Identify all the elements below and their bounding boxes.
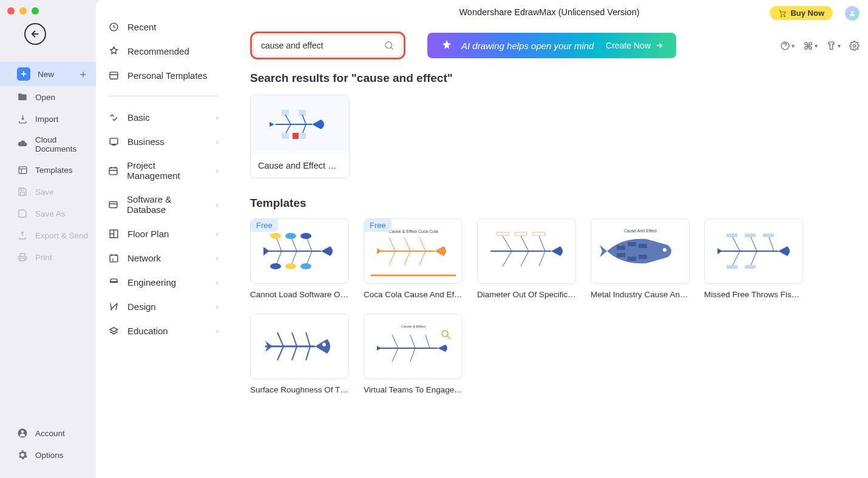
template-card[interactable]: FreeCannot Load Software On… — [250, 218, 349, 299]
back-button[interactable] — [24, 23, 46, 45]
mid-item-recent[interactable]: Recent — [96, 15, 231, 39]
template-card[interactable]: Diameter Out Of Specifica… — [477, 218, 576, 299]
sidebar-item-new[interactable]: + New ＋ — [0, 62, 96, 86]
template-label: Diameter Out Of Specifica… — [477, 290, 576, 299]
category-icon — [108, 112, 119, 123]
svg-line-89 — [426, 335, 430, 348]
category-item-basic[interactable]: Basic› — [96, 105, 231, 129]
buy-now-button[interactable]: Buy Now — [770, 6, 833, 20]
ai-banner[interactable]: AI drawing helps open your mind Create N… — [427, 33, 676, 58]
category-icon — [108, 277, 119, 288]
svg-rect-57 — [533, 232, 545, 235]
window-min[interactable] — [19, 7, 27, 15]
result-card-cause-effect[interactable]: Cause and Effect Di… — [250, 95, 350, 178]
sidebar-item-import[interactable]: Import — [0, 108, 96, 130]
content-area: Search results for "cause and effect" — [231, 67, 868, 478]
profile-avatar[interactable] — [845, 6, 860, 21]
svg-point-78 — [322, 343, 326, 346]
category-icon — [108, 228, 119, 239]
category-item-design[interactable]: Design› — [96, 294, 231, 318]
svg-rect-62 — [639, 244, 647, 248]
svg-rect-64 — [628, 257, 636, 261]
template-card[interactable]: Cause And EffectMetal Industry Cause And… — [591, 218, 690, 299]
svg-rect-72 — [727, 234, 737, 237]
plus-icon[interactable]: ＋ — [78, 69, 89, 79]
category-item-engineering[interactable]: Engineering› — [96, 270, 231, 294]
template-label: Missed Free Throws Fish… — [704, 290, 803, 299]
sidebar-item-label: Cloud Documents — [35, 135, 89, 153]
ai-banner-text: AI drawing helps open your mind — [461, 41, 594, 51]
svg-rect-61 — [628, 242, 636, 246]
category-icon — [108, 252, 119, 263]
help-dropdown[interactable]: ▾ — [780, 41, 795, 51]
category-icon — [108, 165, 118, 176]
sidebar-item-options[interactable]: Options — [0, 444, 96, 466]
window-max[interactable] — [32, 7, 39, 15]
chevron-right-icon: › — [216, 326, 219, 335]
category-item-project-management[interactable]: Project Management› — [96, 153, 231, 187]
print-icon — [17, 252, 28, 263]
import-icon — [17, 113, 28, 124]
svg-point-38 — [300, 263, 311, 269]
template-card[interactable]: Surface Roughness Of Th… — [250, 314, 349, 394]
search-highlight — [250, 32, 405, 59]
cart-icon — [778, 9, 787, 18]
mid-item-recommended[interactable]: Recommended — [96, 39, 231, 63]
category-item-software-database[interactable]: Software & Database› — [96, 187, 231, 221]
sidebar-categories: Recent Recommended Personal Templates Ba… — [96, 0, 231, 478]
sidebar-item-export: Export & Send — [0, 224, 96, 246]
mid-item-personal-templates[interactable]: Personal Templates — [96, 63, 231, 87]
sidebar-item-templates[interactable]: Templates — [0, 159, 96, 181]
svg-point-10 — [781, 15, 782, 16]
activity-dropdown[interactable]: ▾ — [826, 41, 841, 51]
badge-icon — [108, 45, 119, 56]
arrow-left-icon — [30, 29, 41, 39]
clock-icon — [108, 21, 119, 32]
category-item-floor-plan[interactable]: Floor Plan› — [96, 221, 231, 246]
sidebar-item-open[interactable]: Open — [0, 86, 96, 108]
sidebar-item-cloud[interactable]: Cloud Documents — [0, 130, 96, 159]
chevron-right-icon: › — [216, 254, 219, 263]
window-close[interactable] — [7, 7, 15, 15]
category-item-education[interactable]: Education› — [96, 318, 231, 343]
svg-point-37 — [285, 263, 296, 269]
sidebar-item-label: Import — [35, 115, 58, 124]
category-item-business[interactable]: Business› — [96, 129, 231, 153]
svg-line-21 — [285, 124, 291, 134]
arrow-right-icon — [654, 41, 664, 50]
sidebar-item-account[interactable]: Account — [0, 422, 96, 444]
svg-line-46 — [419, 251, 426, 265]
svg-line-83 — [292, 346, 297, 360]
sidebar-item-label: Templates — [35, 166, 73, 175]
new-icon: + — [17, 67, 30, 81]
divider — [108, 96, 219, 96]
svg-rect-63 — [617, 253, 625, 257]
template-card[interactable]: FreeCause & Effect Coca ColaCoca Cola Ca… — [364, 218, 463, 299]
svg-line-68 — [751, 237, 757, 251]
svg-point-2 — [21, 431, 24, 434]
svg-line-71 — [751, 251, 757, 265]
template-thumb — [250, 314, 349, 379]
command-icon — [803, 41, 813, 51]
mid-item-label: Personal Templates — [127, 70, 207, 81]
template-card[interactable]: Missed Free Throws Fish… — [704, 218, 803, 299]
save-icon — [17, 186, 28, 197]
ai-create-button[interactable]: Create Now — [606, 41, 664, 50]
sidebar-item-label: Print — [35, 253, 52, 262]
svg-line-84 — [306, 346, 310, 360]
chevron-right-icon: › — [216, 302, 219, 311]
svg-line-82 — [277, 346, 283, 360]
settings-button[interactable] — [849, 41, 860, 51]
shortcut-dropdown[interactable]: ▾ — [803, 41, 818, 51]
svg-rect-60 — [617, 246, 625, 250]
template-card[interactable]: Cause & EffectVirtual Teams To Engage … — [364, 314, 463, 394]
svg-line-87 — [392, 335, 398, 348]
search-box[interactable] — [253, 35, 402, 56]
templates-heading: Templates — [250, 197, 849, 210]
search-input[interactable] — [261, 41, 384, 50]
svg-rect-7 — [109, 201, 117, 207]
svg-line-93 — [447, 336, 450, 339]
category-label: Project Management — [127, 160, 207, 181]
category-item-network[interactable]: Network› — [96, 246, 231, 270]
search-icon[interactable] — [384, 40, 395, 51]
